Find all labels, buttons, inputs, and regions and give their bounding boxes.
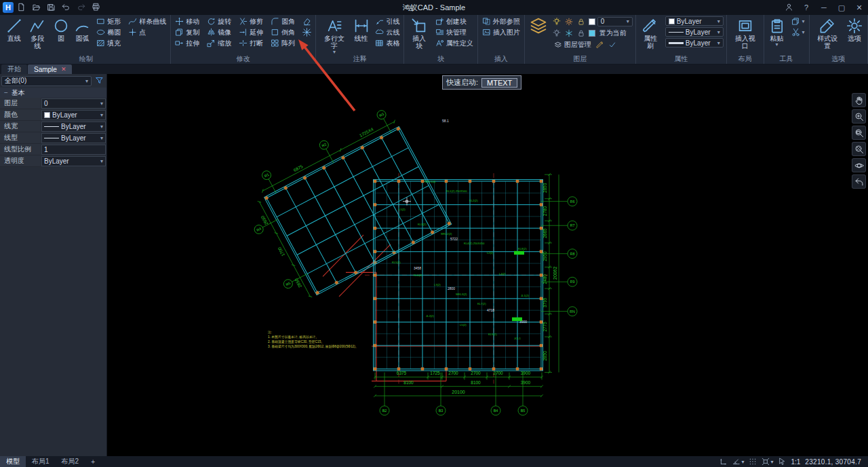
- quick-select-button[interactable]: [93, 75, 105, 86]
- space-tab-layout1[interactable]: 布局1: [26, 456, 56, 467]
- object-color-dropdown[interactable]: ByLayer▾: [665, 16, 724, 26]
- layer-match-button[interactable]: [595, 40, 606, 50]
- pan-button[interactable]: [852, 93, 866, 107]
- chamfer-button[interactable]: 倒角: [269, 27, 296, 37]
- scale-icon: [207, 39, 216, 48]
- current-layer-dropdown[interactable]: 0▾: [597, 17, 633, 26]
- explode-button[interactable]: [301, 27, 313, 37]
- insert-viewport-button[interactable]: 插入视口: [730, 16, 761, 50]
- space-tab-model[interactable]: 模型: [0, 456, 26, 467]
- attribute-define-button[interactable]: 属性定义: [434, 38, 475, 48]
- point-button[interactable]: 点: [127, 27, 167, 37]
- layer-off-button[interactable]: [552, 29, 562, 38]
- scale-indicator[interactable]: 1:1: [791, 458, 800, 466]
- mtext-button[interactable]: 多行文字▾: [319, 16, 349, 55]
- new-file-button[interactable]: [14, 1, 28, 14]
- insert-image-button[interactable]: 插入图片: [481, 27, 521, 37]
- prop-value-linetype[interactable]: ByLayer▾: [41, 133, 106, 143]
- ellipse-button[interactable]: 椭圆: [95, 27, 122, 37]
- set-current-layer-button[interactable]: 置为当前: [597, 29, 629, 38]
- undo-button[interactable]: [59, 1, 73, 14]
- fillet-button[interactable]: 圆角: [269, 16, 296, 26]
- layer-on-button[interactable]: [552, 17, 562, 26]
- object-snap-toggle[interactable]: ▾: [762, 457, 773, 466]
- match-properties-button[interactable]: 属性刷: [639, 16, 663, 50]
- circle-button[interactable]: 圆: [51, 16, 71, 50]
- orbit-button[interactable]: [852, 158, 866, 172]
- copy-clip-button[interactable]: ▾: [790, 16, 806, 26]
- space-tab-add-layout[interactable]: +: [85, 456, 101, 467]
- arc-button[interactable]: 圆弧: [73, 16, 93, 50]
- hatch-button[interactable]: 填充: [95, 38, 122, 48]
- prop-value-transparency[interactable]: ByLayer▾: [41, 156, 106, 166]
- layer-walk-button[interactable]: [608, 40, 618, 50]
- line-button[interactable]: 直线: [4, 16, 24, 50]
- erase-button[interactable]: [301, 16, 313, 26]
- revision-cloud-button[interactable]: 云线: [374, 27, 401, 37]
- extend-button[interactable]: 延伸: [237, 27, 264, 37]
- zoom-window-button[interactable]: [852, 126, 866, 140]
- layer-properties-button[interactable]: [528, 16, 549, 50]
- trim-button[interactable]: 修剪: [237, 16, 264, 26]
- prop-value-layer[interactable]: 0▾: [41, 98, 106, 109]
- save-button[interactable]: [44, 1, 58, 14]
- layer-unlock-button[interactable]: [576, 29, 587, 38]
- drawing-canvas[interactable]: 68751725X4265017002850R1R2R3R4R5 6375172…: [107, 74, 868, 456]
- copy-button[interactable]: 复制: [174, 27, 201, 37]
- layer-lock-button[interactable]: [576, 17, 587, 26]
- minimize-button[interactable]: ─: [815, 1, 833, 14]
- scale-button[interactable]: 缩放: [205, 38, 233, 48]
- ucs-toggle[interactable]: [719, 457, 728, 466]
- create-block-button[interactable]: 创建块: [434, 16, 475, 26]
- close-button[interactable]: ✕: [850, 1, 868, 14]
- stretch-button[interactable]: 拉伸: [174, 38, 201, 48]
- rotate-button[interactable]: 旋转: [205, 16, 233, 26]
- zoom-in-button[interactable]: [852, 109, 866, 124]
- prop-value-lineweight[interactable]: ByLayer▾: [41, 122, 106, 132]
- mirror-button[interactable]: 镜像: [205, 27, 233, 37]
- app-options-button[interactable]: 选项: [844, 16, 865, 50]
- insert-block-button[interactable]: 插入块: [407, 16, 431, 50]
- layer-manager-button[interactable]: 图层管理: [552, 40, 593, 50]
- move-button[interactable]: 移动: [174, 16, 201, 26]
- prop-value-linetype-scale[interactable]: 1: [41, 145, 106, 155]
- layer-color-chip-2[interactable]: [589, 30, 595, 37]
- paste-button[interactable]: 粘贴▾: [767, 16, 787, 48]
- leader-button[interactable]: 引线: [374, 16, 401, 26]
- external-reference-button[interactable]: 外部参照: [481, 16, 521, 26]
- zoom-extents-button[interactable]: [852, 142, 866, 156]
- previous-view-button[interactable]: [852, 174, 866, 189]
- close-tab-icon[interactable]: ✕: [61, 66, 66, 73]
- dim-linear-button[interactable]: 线性: [351, 16, 372, 55]
- array-button[interactable]: 阵列: [269, 38, 296, 48]
- layer-color-chip[interactable]: [589, 18, 595, 25]
- layer-freeze-button[interactable]: [564, 29, 574, 38]
- polyline-button[interactable]: 多段线: [26, 16, 50, 50]
- layer-thaw-button[interactable]: [564, 17, 574, 26]
- break-button[interactable]: 打断: [237, 38, 264, 48]
- print-button[interactable]: [89, 1, 103, 14]
- selection-filter-dropdown[interactable]: 全部(0) ▾: [1, 76, 92, 86]
- doc-tab-开始[interactable]: 开始: [1, 64, 27, 74]
- prop-value-color[interactable]: ByLayer▾: [41, 110, 106, 120]
- rectangle-button[interactable]: 矩形: [95, 16, 122, 26]
- dynamic-input-toggle[interactable]: [778, 457, 786, 466]
- redo-button[interactable]: [74, 1, 88, 14]
- maximize-button[interactable]: ▢: [833, 1, 850, 14]
- properties-section-basic[interactable]: − 基本: [0, 88, 106, 98]
- cut-clip-button[interactable]: ▾: [790, 27, 806, 37]
- account-button[interactable]: [780, 1, 797, 14]
- spline-button[interactable]: 样条曲线: [127, 16, 167, 26]
- object-linetype-dropdown[interactable]: ByLayer▾: [665, 27, 724, 37]
- print-icon: [92, 3, 100, 13]
- style-settings-button[interactable]: 样式设置: [812, 16, 844, 50]
- grid-toggle[interactable]: [749, 457, 757, 466]
- open-file-button[interactable]: [29, 1, 43, 14]
- table-button[interactable]: 表格: [374, 38, 401, 48]
- object-lineweight-dropdown[interactable]: ByLayer▾: [665, 38, 724, 48]
- doc-tab-sample[interactable]: Sample✕: [28, 64, 72, 74]
- block-manager-button[interactable]: 块管理: [434, 27, 475, 37]
- polar-tracking-toggle[interactable]: ▾: [732, 457, 744, 466]
- help-button[interactable]: ?: [797, 1, 815, 14]
- space-tab-layout2[interactable]: 布局2: [56, 456, 85, 467]
